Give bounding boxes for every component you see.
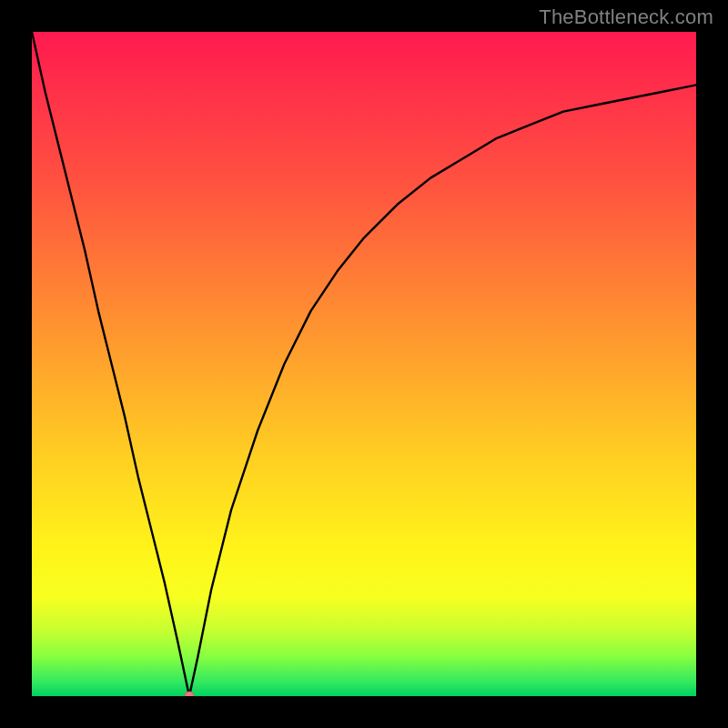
current-point-marker xyxy=(185,692,194,696)
watermark-text: TheBottleneck.com xyxy=(539,5,713,29)
curve-svg xyxy=(32,32,696,696)
bottleneck-curve xyxy=(32,32,696,696)
chart-frame: TheBottleneck.com xyxy=(0,0,728,728)
plot-area xyxy=(32,32,696,696)
